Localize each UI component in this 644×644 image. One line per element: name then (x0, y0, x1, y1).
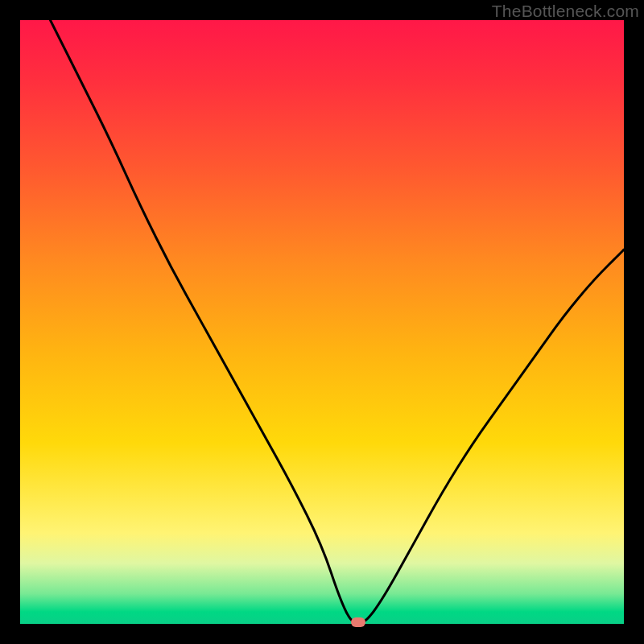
optimum-marker (351, 617, 365, 627)
plot-area (20, 20, 624, 624)
chart-frame: TheBottleneck.com (0, 0, 644, 644)
watermark-text: TheBottleneck.com (492, 2, 639, 21)
bottleneck-curve (20, 20, 624, 624)
